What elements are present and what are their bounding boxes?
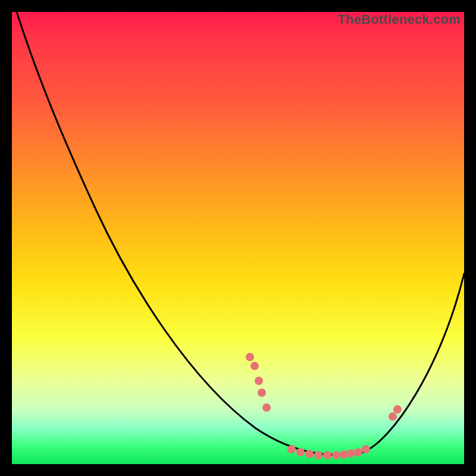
data-point <box>347 449 355 458</box>
chart-frame: TheBottleneck.com <box>12 12 464 464</box>
data-point <box>389 412 397 421</box>
data-point <box>296 448 305 456</box>
data-point <box>332 451 340 459</box>
data-point <box>258 389 266 397</box>
data-point <box>246 353 254 361</box>
data-point <box>362 445 370 453</box>
data-point <box>250 362 259 370</box>
data-point <box>323 451 331 459</box>
data-point <box>393 405 402 414</box>
data-point <box>314 451 322 459</box>
data-point <box>305 450 314 458</box>
data-point <box>255 377 263 385</box>
watermark-text: TheBottleneck.com <box>338 12 461 27</box>
curve-layer <box>12 12 464 464</box>
data-point <box>262 403 271 412</box>
bottleneck-curve <box>15 12 464 455</box>
data-point <box>287 445 296 453</box>
data-point <box>340 450 348 459</box>
data-point <box>354 448 362 456</box>
